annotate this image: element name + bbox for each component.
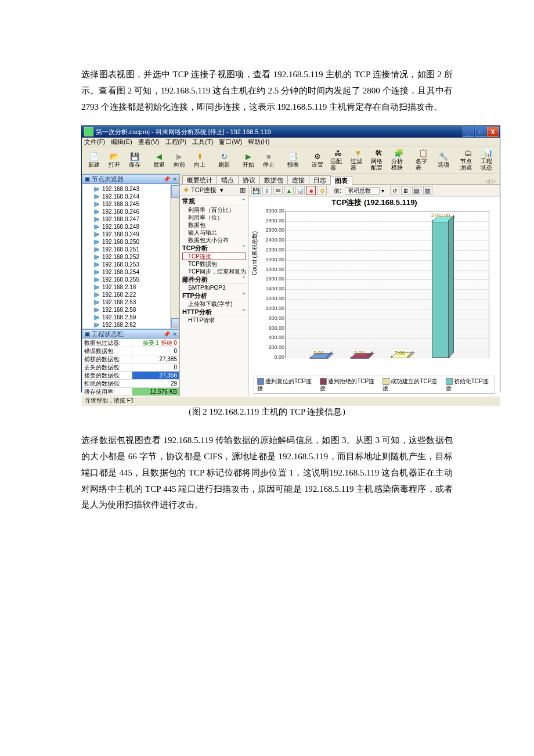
ip-list-item[interactable]: 192.168.2.53 [94,298,179,306]
ip-list[interactable]: 192.168.0.243192.168.0.244192.168.0.2451… [82,183,179,329]
tb-up[interactable]: ⬆向上 [190,151,210,169]
tree-item[interactable]: 上传和下载(字节) [182,300,246,308]
ip-list-item[interactable]: 192.168.2.62 [94,321,179,329]
ip-list-item[interactable]: 192.168.0.244 [94,193,179,200]
tab-conn[interactable]: 连接 [287,175,309,184]
panel-close-icon[interactable]: ✕ [172,331,177,337]
tab-endpoint[interactable]: 端点 [217,175,239,184]
scrollbar[interactable] [170,184,179,329]
tool2-icon[interactable]: 🗎 [401,186,410,195]
gear-icon[interactable]: ⚙ [317,186,327,195]
ip-list-item[interactable]: 192.168.0.247 [94,215,179,223]
ip-list-item[interactable]: 192.168.2.58 [94,306,179,314]
tb-back[interactable]: ◀后退 [149,151,169,169]
menu-help[interactable]: 帮助(H) [248,138,269,145]
settings-icon: ⚙ [313,152,322,161]
tree-item[interactable]: 数据包大小分布 [182,236,246,244]
tool-icon[interactable]: ▥ [239,186,247,194]
tree-general[interactable]: 常规⌃ [182,197,246,206]
tb-adapter[interactable]: 🖧适配器 [328,147,348,172]
tb-report[interactable]: 📑报表 [283,151,303,169]
tb-options[interactable]: 🔧选项 [434,151,453,169]
menu-project[interactable]: 工程(P) [165,138,187,145]
scrollbar-down[interactable] [171,318,179,327]
tool3-icon[interactable]: ▤ [412,186,421,195]
tb-new[interactable]: 📄新建 [84,151,104,169]
tb-save[interactable]: 💾保存 [125,151,145,169]
tb-open[interactable]: 📂打开 [104,151,124,169]
minimize-button[interactable]: _ [463,127,474,137]
layer-icon[interactable]: ▲ [284,186,294,195]
pin-icon[interactable]: 📌 [163,176,170,182]
tab-nav[interactable]: ◁ ▷ [486,179,497,185]
chart-type-icon[interactable]: 📊 [295,186,305,195]
pause-icon[interactable]: ⏸ [262,186,272,195]
close-button[interactable]: X [487,127,499,137]
ip-list-item[interactable]: 192.168.0.252 [94,253,179,261]
tab-protocol[interactable]: 协议 [238,175,260,184]
tb-settings[interactable]: ⚙设置 [308,151,327,169]
tree-item[interactable]: TCP数据包 [182,260,246,268]
tree-item[interactable]: TCP同步，结束和复为 [182,268,246,275]
scrollbar-thumb[interactable] [171,185,179,198]
menu-tools[interactable]: 工具(T) [192,138,213,145]
menu-window[interactable]: 窗口(W) [219,138,242,145]
dropdown-icon[interactable]: ▾ [381,188,384,194]
save-chart-icon[interactable]: 💾 [251,186,261,195]
tab-summary[interactable]: 概要统计 [182,175,217,184]
tree-ftp[interactable]: FTP分析⌃ [182,291,246,300]
add-chart-icon[interactable]: ✚ [182,186,190,194]
tab-chart[interactable]: 图表 [330,176,352,185]
tb-filter[interactable]: ▼过滤器 [348,147,368,172]
mail-icon[interactable]: ✉ [273,186,283,195]
ip-list-item[interactable]: 192.168.2.59 [94,314,179,321]
tree-item[interactable]: 利用率（位） [182,214,246,221]
tree-item[interactable]: SMTP和POP3 [182,284,246,291]
reset-icon[interactable]: ■ [306,186,316,195]
tree-mail[interactable]: 邮件分析⌃ [182,275,246,284]
tb-projstat[interactable]: 📊工程状态 [478,147,498,172]
tb-fwd[interactable]: ▶向前 [169,151,189,169]
tree-item[interactable]: 数据包 [182,221,246,229]
tool1-icon[interactable]: ↺ [390,186,399,195]
ip-list-item[interactable]: 192.168.0.253 [94,261,179,268]
ip-list-item[interactable]: 192.168.0.255 [94,276,179,283]
tree-tcp[interactable]: TCP分析⌃ [182,244,246,253]
ip-list-item[interactable]: 192.168.0.245 [94,200,179,208]
tcp-conn-dropdown[interactable]: TCP连接 [191,186,217,193]
ip-list-item[interactable]: 192.168.0.246 [94,208,179,215]
tb-nametab[interactable]: 📋名字表 [413,147,433,172]
ip-list-item[interactable]: 192.168.2.18 [94,283,179,291]
ip-list-item[interactable]: 192.168.0.243 [94,185,179,193]
dropdown-icon[interactable]: ▾ [218,186,226,194]
tree-item[interactable]: TCP连接 [182,253,246,260]
tab-log[interactable]: 日志 [309,175,331,184]
metric-select[interactable]: 累积总数 [345,187,380,195]
ip-list-item[interactable]: 192.168.2.22 [94,291,179,298]
panel-close-icon[interactable]: ✕ [172,176,177,182]
maximize-button[interactable]: □ [475,127,486,137]
tree-item[interactable]: HTTP请求 [182,316,246,324]
ip-list-item[interactable]: 192.168.0.249 [94,231,179,238]
tb-netcfg[interactable]: 🛠网络配置 [369,147,388,172]
tool4-icon[interactable]: ▥ [423,186,432,195]
menu-edit[interactable]: 编辑(E) [111,138,132,145]
tb-nodeview[interactable]: 🗂节点浏览 [458,147,478,172]
ip-list-item[interactable]: 192.168.2.124 [94,329,179,329]
pin-icon[interactable]: 📌 [163,331,170,337]
tb-stop[interactable]: ■停止 [259,151,279,169]
tab-packets[interactable]: 数据包 [259,175,288,184]
tree-item[interactable]: 输入与输出 [182,229,246,236]
chevron-icon: ⌃ [241,199,246,204]
ip-list-item[interactable]: 192.168.0.251 [94,246,179,253]
tree-item[interactable]: 利用率（百分比） [182,206,246,214]
ip-list-item[interactable]: 192.168.0.254 [94,268,179,276]
tb-start[interactable]: ▶开始 [239,151,258,169]
tb-refresh[interactable]: ↻刷新 [214,151,234,169]
ip-list-item[interactable]: 192.168.0.248 [94,223,179,231]
ip-list-item[interactable]: 192.168.0.250 [94,238,179,246]
menu-view[interactable]: 查看(V) [138,138,160,145]
menu-file[interactable]: 文件(F) [84,138,105,145]
tb-module[interactable]: 🧩分析模块 [389,147,409,172]
tree-http[interactable]: HTTP分析⌃ [182,308,246,316]
